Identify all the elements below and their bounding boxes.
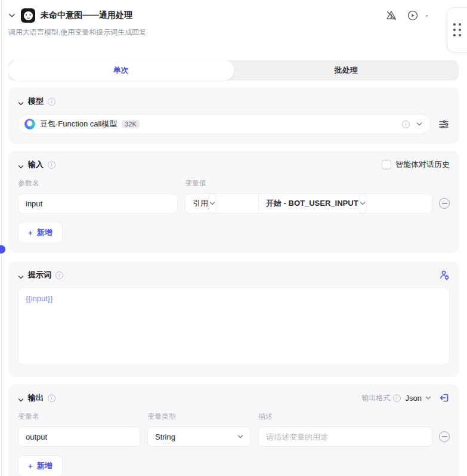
- node-header: 未命中意图——通用处理 调用大语言模型,使用变量和提示词生成回复: [0, 0, 467, 38]
- prompt-collapse-chevron-icon[interactable]: [18, 272, 24, 278]
- model-settings-icon[interactable]: [438, 118, 450, 130]
- param-value-combo: 引用 开始 - BOT_USER_INPUT: [185, 193, 432, 214]
- floating-toolbar-panel[interactable]: [447, 7, 467, 52]
- agent-history-checkbox[interactable]: [382, 160, 391, 169]
- var-type-select[interactable]: String: [147, 426, 250, 447]
- node-input-port[interactable]: [0, 245, 5, 254]
- output-format-select[interactable]: Json: [406, 394, 432, 403]
- output-format-value: Json: [406, 394, 422, 403]
- node-subtitle: 调用大语言模型,使用变量和提示词生成回复: [8, 27, 459, 38]
- output-format-info-icon[interactable]: i: [393, 394, 401, 402]
- model-select-chevron-icon[interactable]: [416, 120, 423, 128]
- input-collapse-chevron-icon[interactable]: [18, 162, 24, 168]
- agent-history-checkbox-wrap[interactable]: 智能体对话历史: [382, 159, 450, 170]
- var-desc-input[interactable]: [258, 426, 432, 447]
- warning-disabled-icon[interactable]: [385, 10, 397, 21]
- model-section-title: 模型: [28, 96, 44, 107]
- value-ref-text: 开始 - BOT_USER_INPUT: [259, 198, 358, 209]
- plus-icon: +: [28, 228, 33, 237]
- prompt-info-icon[interactable]: i: [55, 271, 63, 279]
- node-title: 未命中意图——通用处理: [41, 10, 132, 21]
- param-name-input[interactable]: [18, 193, 178, 214]
- remove-var-button[interactable]: [439, 431, 450, 442]
- test-run-icon[interactable]: [407, 10, 419, 21]
- input-section-title: 输入: [28, 159, 44, 170]
- model-collapse-chevron-icon[interactable]: [18, 98, 24, 104]
- tab-batch[interactable]: 批处理: [234, 60, 459, 81]
- model-select[interactable]: 豆包·Function call模型 32K i: [18, 114, 431, 134]
- drag-dots-icon: [453, 23, 461, 36]
- column-var-desc: 描述: [258, 412, 450, 422]
- add-input-param-button[interactable]: + 新增: [18, 222, 63, 243]
- llm-node-card: 未命中意图——通用处理 调用大语言模型,使用变量和提示词生成回复 单次 批处理: [0, 0, 467, 476]
- output-section: 输出 i 输出格式 i Json 变量名: [8, 384, 459, 476]
- column-var-name: 变量名: [18, 412, 147, 422]
- remove-param-button[interactable]: [439, 198, 450, 209]
- model-context-badge: 32K: [122, 120, 140, 128]
- prompt-section: 提示词 i {{input}}: [8, 261, 459, 377]
- output-format-label: 输出格式: [362, 393, 391, 403]
- output-collapse-chevron-icon[interactable]: [18, 395, 24, 401]
- var-name-input[interactable]: [18, 426, 140, 447]
- output-import-icon[interactable]: [439, 392, 450, 403]
- model-section: 模型 i 豆包·Function call模型 32K i: [8, 88, 459, 144]
- llm-node-icon: [21, 8, 35, 23]
- column-param-name: 参数名: [18, 178, 185, 188]
- model-detail-info-icon[interactable]: i: [402, 120, 410, 128]
- plus-icon: +: [28, 462, 33, 471]
- input-param-row: 引用 开始 - BOT_USER_INPUT: [18, 193, 450, 214]
- input-section: 输入 i 智能体对话历史 参数名 变量值 引用 开始 - BOT_USER: [8, 151, 459, 253]
- value-ref-select[interactable]: 开始 - BOT_USER_INPUT: [259, 194, 432, 213]
- value-mode-text: 引用: [185, 198, 208, 209]
- output-info-icon[interactable]: i: [48, 394, 55, 402]
- mode-tab-strip: 单次 批处理: [8, 60, 459, 81]
- add-output-var-button[interactable]: + 新增: [18, 455, 63, 476]
- model-info-icon[interactable]: i: [48, 98, 55, 106]
- output-var-row: String: [18, 426, 450, 447]
- column-param-value: 变量值: [185, 178, 450, 188]
- output-section-title: 输出: [28, 392, 44, 403]
- prompt-section-title: 提示词: [28, 270, 51, 280]
- prompt-textarea[interactable]: {{input}}: [18, 288, 450, 365]
- card-left-border: [1, 0, 2, 476]
- prompt-optimize-icon[interactable]: [439, 270, 450, 280]
- more-menu-icon[interactable]: [426, 15, 428, 17]
- tab-single[interactable]: 单次: [8, 60, 234, 81]
- model-name: 豆包·Function call模型: [40, 119, 117, 129]
- agent-history-label: 智能体对话历史: [395, 159, 450, 170]
- input-info-icon[interactable]: i: [48, 161, 55, 169]
- doubao-logo-icon: [24, 119, 35, 129]
- value-mode-select[interactable]: 引用: [185, 194, 259, 213]
- var-type-text: String: [148, 432, 175, 441]
- column-var-type: 变量类型: [147, 412, 258, 422]
- collapse-chevron-icon[interactable]: [8, 12, 16, 19]
